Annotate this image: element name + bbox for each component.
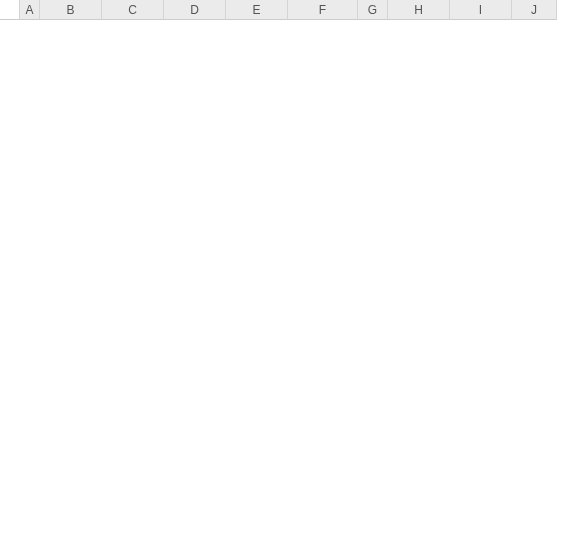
col-header-G[interactable]: G <box>358 0 388 20</box>
col-header-J[interactable]: J <box>512 0 557 20</box>
col-header-I[interactable]: I <box>450 0 512 20</box>
col-header-H[interactable]: H <box>388 0 450 20</box>
col-header-C[interactable]: C <box>102 0 164 20</box>
col-header-F[interactable]: F <box>288 0 358 20</box>
spreadsheet: ABCDEFGHIJ 12345678910111213141516171819… <box>0 0 577 20</box>
col-header-D[interactable]: D <box>164 0 226 20</box>
column-headers: ABCDEFGHIJ <box>0 0 577 20</box>
col-header-E[interactable]: E <box>226 0 288 20</box>
col-header-A[interactable]: A <box>20 0 40 20</box>
select-all-corner[interactable] <box>0 0 20 20</box>
col-header-B[interactable]: B <box>40 0 102 20</box>
